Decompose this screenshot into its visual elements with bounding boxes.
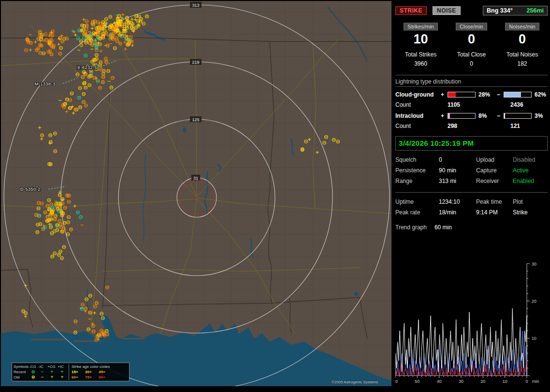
age-codes-title: Strike age color codes (72, 364, 128, 369)
grid-cell: Peak rate (395, 209, 439, 216)
negative-bar (504, 92, 532, 98)
total-value: 182 (497, 60, 548, 67)
bearing-value: Bng 334° (487, 7, 513, 14)
age-code: 60+ (72, 375, 85, 380)
distribution-count-row: Count298121 (395, 123, 548, 129)
legend-row-label: Old (14, 375, 28, 380)
map-canvas: 31125219313 X-6232-5M-1338-3D-5350-2 (1, 1, 391, 386)
grid-cell: Enabled (513, 178, 548, 184)
trend-chart: 1020306050403020100min (395, 260, 549, 388)
clock: 3/4/2026 10:25:19 PM (399, 139, 474, 147)
total-label: Total Close (446, 51, 497, 58)
storm-cell-label: D-5350-2 (20, 187, 41, 192)
positive-bar-fill (448, 92, 456, 97)
ring-label: 313 (192, 3, 199, 8)
minus-icon: − (38, 369, 46, 375)
circle-minus-icon: ⊖ (29, 375, 37, 380)
trend-graph-header: Trend graph 60 min (395, 224, 548, 231)
trend-chart-canvas: 1020306050403020100min (395, 260, 549, 386)
y-tick-label: 20 (532, 299, 536, 304)
rate-value: 0 (446, 32, 497, 47)
negative-count: 2436 (504, 101, 548, 108)
app-window: 31125219313 X-6232-5M-1338-3D-5350-2 Sym… (0, 0, 550, 392)
status-panel: STRIKE NOISE Bng 334° 256mi Strikes/min1… (392, 0, 550, 392)
clock-box: 3/4/2026 10:25:19 PM (395, 136, 548, 151)
grid-cell: Strike (513, 209, 548, 216)
negative-percent: 62% (532, 91, 548, 98)
distribution-row: Cloud-ground+28%−62% (395, 91, 548, 98)
storm-cell-label: M-1338-3 (35, 82, 56, 86)
legend-row-label: Recent (14, 369, 28, 375)
lightning-map[interactable]: 31125219313 X-6232-5M-1338-3D-5350-2 Sym… (1, 1, 391, 386)
noise-indicator-button[interactable]: NOISE (433, 6, 461, 15)
negative-count: 121 (504, 123, 548, 129)
positive-percent: 8% (476, 112, 497, 119)
minus-sign: − (497, 91, 504, 98)
grid-cell: Upload (476, 156, 513, 163)
total-value: 0 (446, 60, 497, 67)
rate-badge: Strikes/min (404, 23, 437, 30)
plus-icon: + (47, 375, 57, 380)
total-label: Total Strikes (395, 51, 446, 58)
x-tick-label: 10 (503, 379, 507, 384)
positive-percent: 28% (476, 91, 497, 98)
x-tick-label: 30 (459, 379, 463, 384)
grid-cell: 1234:10 (439, 198, 476, 205)
plus-icon: + (58, 375, 67, 380)
rate-badge: Noises/min (505, 23, 539, 30)
x-tick-label: 60 (395, 379, 398, 384)
rate-column-close-min: Close/min0Total Close0 (446, 23, 497, 67)
positive-count: 1105 (441, 101, 504, 108)
legend-col--IC: -IC (38, 364, 46, 369)
bearing-display: Bng 334° 256mi (483, 6, 548, 15)
plus-sign: + (441, 112, 448, 119)
grid-cell: Disabled (513, 156, 548, 163)
grid-cell: Squelch (395, 156, 439, 163)
grid-cell: 0 (439, 156, 476, 163)
negative-bar-fill (504, 113, 505, 118)
rate-column-noises-min: Noises/min0Total Noises182 (497, 23, 548, 67)
distribution-type-label: Cloud-ground (395, 91, 441, 98)
copyright-text: ©2005 Astrogenic Systems (332, 380, 378, 384)
total-value: 3960 (395, 60, 446, 67)
map-legend: Symbols-CG-IC+CG+ICRecent⊖−++Old⊖−++ Str… (12, 363, 130, 381)
age-code: 75+ (85, 375, 99, 380)
distribution-row: Intracloud+8%−3% (395, 112, 548, 119)
distribution-title: Lightning type distribution (395, 78, 548, 87)
negative-bar-fill (504, 92, 521, 97)
distribution-type-label: Intracloud (395, 112, 441, 119)
grid-cell: Receiver (476, 178, 513, 184)
bearing-range: 256mi (527, 7, 544, 14)
grid-cell: Plot (513, 198, 548, 205)
divider (395, 192, 548, 193)
rate-value: 0 (497, 32, 548, 47)
grid-cell: Persistence (395, 167, 439, 174)
ring-label: 125 (192, 117, 199, 122)
distribution-rows: Cloud-ground+28%−62%Count11052436Intracl… (395, 91, 548, 129)
minus-sign: − (497, 112, 504, 119)
grid-cell: Range (395, 178, 439, 184)
legend-col--CG: -CG (29, 364, 37, 369)
plus-sign: + (441, 91, 448, 98)
strike-indicator-button[interactable]: STRIKE (395, 6, 427, 15)
count-label: Count (395, 123, 441, 129)
distribution-count-row: Count11052436 (395, 101, 548, 108)
y-tick-label: 10 (532, 336, 536, 341)
x-tick-label: 50 (415, 379, 420, 384)
trend-graph-window: 60 min (434, 224, 452, 231)
x-tick-label: 40 (437, 379, 442, 384)
total-label: Total Noises (497, 51, 548, 58)
positive-bar (448, 92, 476, 98)
legend-col-+IC: +IC (58, 364, 67, 369)
ring-label: 219 (192, 60, 199, 65)
minus-icon: − (38, 375, 46, 380)
receiver-marker (196, 197, 198, 198)
x-axis-unit: min (532, 379, 539, 384)
age-code: 45+ (99, 369, 112, 375)
grid-cell: 9:14 PM (476, 209, 513, 216)
rate-column-strikes-min: Strikes/min10Total Strikes3960 (395, 23, 446, 67)
grid-cell: Uptime (395, 198, 439, 205)
grid-cell: Peak time (476, 198, 513, 205)
grid-cell: 313 mi (439, 178, 476, 184)
age-code: 30+ (85, 369, 99, 375)
